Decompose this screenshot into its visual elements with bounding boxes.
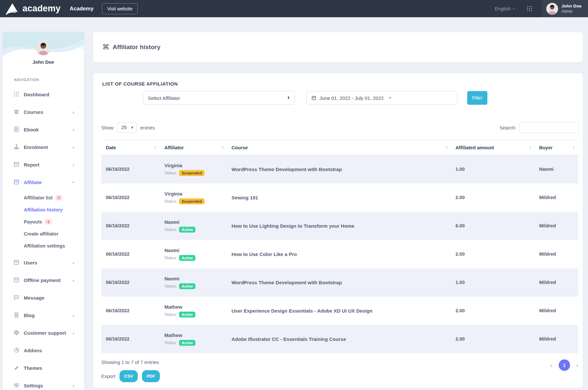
- caret-down-icon: ▼: [389, 96, 392, 100]
- affiliation-table-wrap: Date▲▼Affiliator▲▼Course▲▼Affiliated amo…: [101, 140, 578, 353]
- sidebar: John Doe NAVIGATION DashboardCourses›Ebo…: [3, 32, 84, 390]
- app-name: Academy: [70, 6, 93, 12]
- affiliation-table: Date▲▼Affiliator▲▼Course▲▼Affiliated amo…: [101, 140, 578, 353]
- entries-per-page-select[interactable]: 25 ▲▼: [118, 122, 136, 133]
- topbar-user-role: Admin: [561, 9, 581, 14]
- sidebar-item-customer-support[interactable]: Customer support›: [3, 324, 84, 342]
- status-label: Status:: [164, 199, 177, 204]
- column-header-affiliator[interactable]: Affiliator▲▼: [160, 140, 227, 155]
- table-row: 06/16/2022NaomiStatus:ActiveHow to Use L…: [101, 212, 578, 240]
- brand-logo[interactable]: academy: [5, 3, 61, 15]
- sidebar-submenu: Affliliator list0Affiliation historyPayo…: [3, 191, 84, 254]
- sidebar-subitem-affliliator-list[interactable]: Affliliator list0: [3, 192, 84, 204]
- column-header-label: Affiliated amount: [455, 145, 494, 150]
- column-header-buyer[interactable]: Buyer▲▼: [535, 140, 578, 155]
- affiliate-icon: [13, 179, 20, 185]
- sidebar-subitem-affiliation-settings[interactable]: Affiliation settings: [3, 240, 84, 252]
- cell-affiliator: NaomiStatus:Active: [160, 268, 227, 297]
- sort-icon: ▲▼: [573, 146, 575, 149]
- sidebar-item-enrolment[interactable]: Enrolment›: [3, 138, 84, 156]
- cell-course: User Experience Design Essentials - Adob…: [227, 297, 451, 325]
- column-header-date[interactable]: Date▲▼: [101, 140, 160, 155]
- affiliator-select[interactable]: Select Affiliator ▲▼: [143, 91, 295, 105]
- cell-affiliator: VirginiaStatus:Suspended: [160, 183, 227, 212]
- chevron-right-icon: ›: [73, 145, 74, 150]
- cell-buyer: Mildred: [535, 297, 578, 325]
- sidebar-item-ebook[interactable]: Ebook›: [3, 121, 84, 138]
- sort-icon: ▲▼: [529, 146, 531, 149]
- sidebar-item-blog[interactable]: Blog›: [3, 306, 84, 324]
- cell-date: 06/16/2022: [101, 155, 160, 183]
- sidebar-item-courses[interactable]: Courses›: [3, 103, 84, 121]
- status-label: Status:: [164, 171, 177, 175]
- visit-website-button[interactable]: Visit website: [102, 3, 138, 14]
- sidebar-subitem-create-affiliator[interactable]: Create affiliator: [3, 228, 84, 240]
- chevron-right-icon: ›: [73, 110, 74, 114]
- apps-grid-button[interactable]: [526, 6, 533, 12]
- status-badge: Suspended: [179, 170, 204, 176]
- column-header-course[interactable]: Course▲▼: [227, 140, 451, 155]
- search-input[interactable]: [519, 122, 578, 133]
- export-csv-button[interactable]: CSV: [119, 370, 138, 382]
- language-selector[interactable]: English ›: [495, 6, 515, 11]
- affiliator-name: Virginia: [164, 163, 224, 168]
- sidebar-item-label: Message: [24, 295, 44, 301]
- chevron-right-icon: ›: [73, 330, 74, 335]
- column-header-label: Buyer: [539, 145, 553, 150]
- pagination-page-1[interactable]: 1: [559, 359, 570, 371]
- cell-date: 06/16/2022: [101, 268, 160, 297]
- cell-amount: 2.00: [451, 297, 535, 325]
- sidebar-item-dashboard[interactable]: Dashboard: [3, 86, 84, 103]
- filter-button[interactable]: Filter: [467, 91, 487, 105]
- sidebar-item-label: Blog: [24, 313, 35, 318]
- sidebar-subitem-label: Create affiliator: [24, 231, 58, 236]
- sidebar-item-label: Settings: [24, 383, 43, 388]
- pagination-prev-button[interactable]: ‹: [550, 362, 552, 368]
- filter-row: Select Affiliator ▲▼ June 01, 2022 - Jul…: [143, 91, 487, 105]
- sidebar-item-addons[interactable]: Addons: [3, 342, 84, 359]
- cell-amount: 2.00: [451, 325, 535, 353]
- courses-icon: [13, 109, 20, 115]
- sidebar-subitem-label: Affliliator list: [24, 195, 53, 200]
- academy-logo-icon: [5, 3, 20, 15]
- cell-affiliator: NaomiStatus:Active: [160, 212, 227, 240]
- chevron-right-icon: ›: [73, 127, 74, 132]
- chevron-right-icon: ›: [73, 278, 74, 283]
- command-icon: ⌘: [102, 43, 109, 51]
- export-pdf-button[interactable]: PDF: [142, 370, 160, 382]
- sidebar-item-label: Offline payment: [24, 277, 61, 283]
- sidebar-item-message[interactable]: Message: [3, 289, 84, 306]
- sidebar-item-report[interactable]: Report›: [3, 156, 84, 173]
- report-icon: [13, 161, 20, 168]
- sidebar-subitem-affiliation-history[interactable]: Affiliation history: [3, 204, 84, 216]
- sort-icon: ▲▼: [154, 146, 157, 149]
- sidebar-item-label: Addons: [24, 348, 42, 353]
- themes-icon: [13, 365, 20, 371]
- sidebar-item-offline-payment[interactable]: Offline payment›: [3, 271, 84, 289]
- cell-amount: 6.00: [451, 212, 535, 240]
- column-header-label: Course: [231, 145, 248, 150]
- status-badge: Active: [179, 227, 196, 233]
- table-row: 06/16/2022MathewStatus:ActiveAdobe Illus…: [101, 325, 578, 353]
- cell-buyer: Mildred: [535, 212, 578, 240]
- sidebar-item-settings[interactable]: Settings›: [3, 377, 84, 390]
- sidebar-item-affiliate[interactable]: Affiliate›: [3, 173, 84, 191]
- topbar-user-name: John Doe: [561, 4, 581, 9]
- user-menu[interactable]: John Doe Admin: [542, 0, 588, 17]
- sidebar-item-users[interactable]: Users›: [3, 254, 84, 271]
- nav-section-label: NAVIGATION: [14, 78, 84, 82]
- date-range-picker[interactable]: June 01, 2022 - July 01, 2022 ▼: [306, 91, 457, 105]
- sidebar-item-themes[interactable]: Themes: [3, 359, 84, 377]
- customer-support-icon: [13, 329, 20, 336]
- cell-buyer: Mildred: [535, 325, 578, 353]
- pagination-next-button[interactable]: ›: [576, 362, 578, 368]
- pagination: ‹ 1 ›: [550, 359, 578, 371]
- topbar-right: English › John Doe Admin: [495, 0, 588, 17]
- table-row: 06/16/2022NaomiStatus:ActiveHow to Use C…: [101, 240, 578, 268]
- sidebar-subitem-payouts[interactable]: Payouts3: [3, 216, 84, 228]
- page-title: Affiliator history: [113, 44, 161, 51]
- users-icon: [13, 259, 20, 266]
- column-header-affiliated-amount[interactable]: Affiliated amount▲▼: [451, 140, 535, 155]
- enrolment-icon: [13, 144, 20, 150]
- table-row: 06/16/2022NaomiStatus:ActiveWordPress Th…: [101, 268, 578, 297]
